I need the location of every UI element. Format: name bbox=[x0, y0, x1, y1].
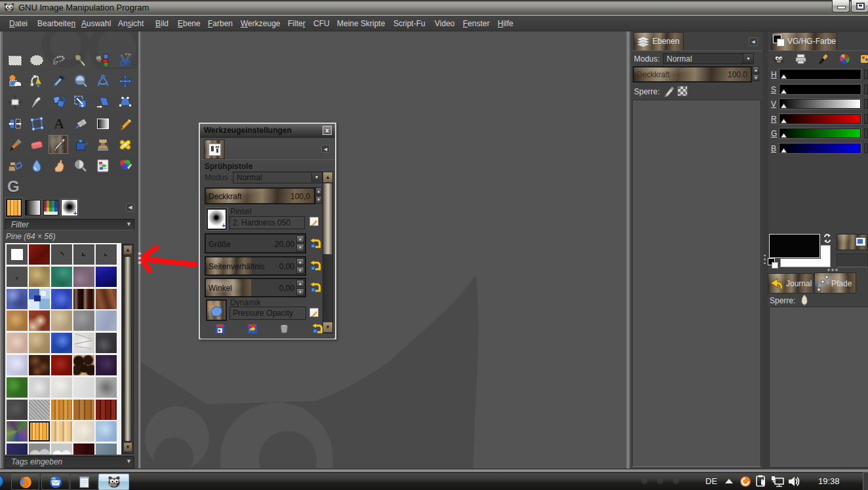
svg-text:A: A bbox=[54, 117, 64, 131]
